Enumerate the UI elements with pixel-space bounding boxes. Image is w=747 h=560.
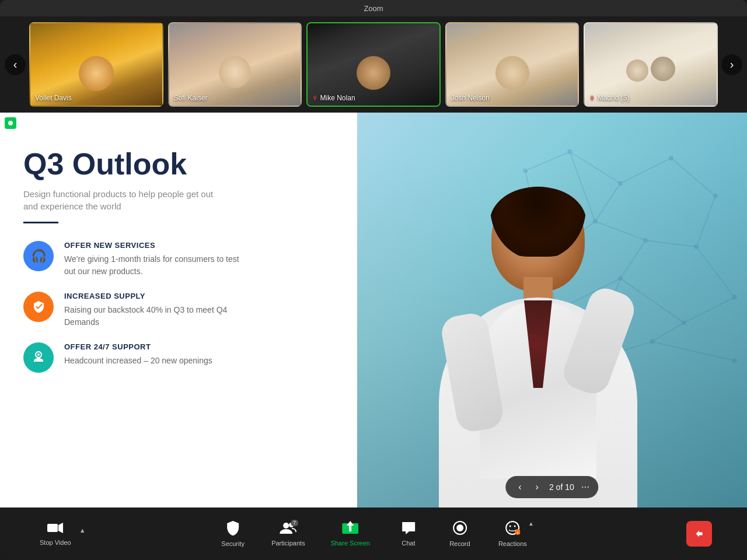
chat-icon — [401, 521, 416, 537]
slide-item-icon-1: 🎧 — [23, 241, 54, 271]
participants-icon: 7 — [280, 521, 297, 537]
slide-item-1: 🎧 OFFER NEW SERVICES We're giving 1-mont… — [23, 241, 334, 278]
security-icon — [226, 520, 240, 538]
slide-badge — [5, 117, 16, 129]
title-bar: Zoom — [0, 0, 747, 16]
participant-card-2[interactable]: Sofi Kaiser — [168, 22, 302, 107]
stop-video-button[interactable]: Stop Video — [35, 519, 76, 548]
security-button[interactable]: Security — [215, 518, 250, 550]
slide-divider — [23, 222, 58, 223]
svg-point-1 — [37, 354, 40, 356]
presenter-area — [357, 113, 747, 508]
toolbar: Stop Video ▲ Security 7 — [0, 508, 747, 560]
svg-point-47 — [456, 524, 463, 531]
slide-counter: 2 of 10 — [549, 482, 574, 492]
main-area: Q3 Outlook Design functional products to… — [0, 113, 747, 508]
slide-next-button[interactable]: › — [532, 481, 542, 494]
toolbar-center: Security 7 Participants — [215, 518, 532, 550]
slide-item-icon-2 — [23, 292, 54, 322]
slide-item-content-2: INCREASED SUPPLY Raising our backstock 4… — [64, 292, 251, 328]
reactions-button[interactable]: + Reactions — [494, 518, 532, 550]
slide-subtitle: Design functional products to help peopl… — [23, 188, 222, 212]
share-chevron[interactable]: ▲ — [528, 520, 534, 527]
slide-title: Q3 Outlook — [23, 148, 334, 181]
nav-next-button[interactable]: › — [721, 54, 742, 75]
participant-name-5: 🎙 Madrid (5) — [589, 94, 629, 102]
participant-name-2: Sofi Kaiser — [174, 94, 208, 102]
slide-prev-button[interactable]: ‹ — [515, 481, 525, 494]
svg-point-0 — [8, 121, 13, 125]
share-screen-button[interactable]: Share Screen ▲ — [326, 519, 375, 549]
slide-item-content-1: OFFER NEW SERVICES We're giving 1-month … — [64, 241, 251, 278]
svg-rect-40 — [47, 524, 58, 532]
svg-point-42 — [283, 523, 289, 528]
participants-button[interactable]: 7 Participants — [267, 519, 309, 549]
slide-item-3: OFFER 24/7 SUPPORT Headcount increased –… — [23, 342, 334, 373]
participant-card-3[interactable]: 🎙 Mike Nolan — [306, 22, 441, 107]
leave-button[interactable] — [686, 521, 712, 547]
participant-card-4[interactable]: Josh Nelson — [445, 22, 580, 107]
reactions-icon: + — [505, 520, 520, 538]
participant-strip: ‹ Voilet Davis Sofi Kaiser 🎙 Mike Nolan … — [0, 16, 747, 113]
record-icon — [452, 520, 467, 538]
video-icon — [47, 522, 64, 537]
participant-name-3: 🎙 Mike Nolan — [312, 94, 355, 102]
nav-prev-button[interactable]: ‹ — [5, 54, 26, 75]
slide-navigation: ‹ › 2 of 10 ⋯ — [505, 476, 598, 498]
record-button[interactable]: Record — [442, 518, 477, 550]
chat-button[interactable]: Chat — [391, 519, 426, 549]
slide-item-content-3: OFFER 24/7 SUPPORT Headcount increased –… — [64, 342, 212, 367]
participant-card-1[interactable]: Voilet Davis — [29, 22, 163, 107]
svg-point-50 — [514, 526, 516, 527]
toolbar-right — [686, 521, 712, 547]
slide-area: Q3 Outlook Design functional products to… — [0, 113, 357, 508]
svg-text:+: + — [516, 530, 519, 536]
presenter-silhouette — [398, 187, 678, 508]
slide-options-icon[interactable]: ⋯ — [581, 482, 589, 492]
participant-name-1: Voilet Davis — [35, 94, 72, 102]
slide-item-2: INCREASED SUPPLY Raising our backstock 4… — [23, 292, 334, 328]
slide-item-icon-3 — [23, 342, 54, 373]
share-screen-icon — [342, 521, 358, 537]
video-chevron[interactable]: ▲ — [79, 527, 86, 534]
app-title: Zoom — [364, 4, 383, 13]
participant-card-5[interactable]: 🎙 Madrid (5) — [584, 22, 718, 107]
svg-point-49 — [509, 526, 511, 527]
toolbar-left: Stop Video ▲ — [35, 519, 86, 548]
video-area: ‹ › 2 of 10 ⋯ — [357, 113, 747, 508]
participant-name-4: Josh Nelson — [451, 94, 490, 102]
svg-marker-41 — [58, 523, 63, 533]
